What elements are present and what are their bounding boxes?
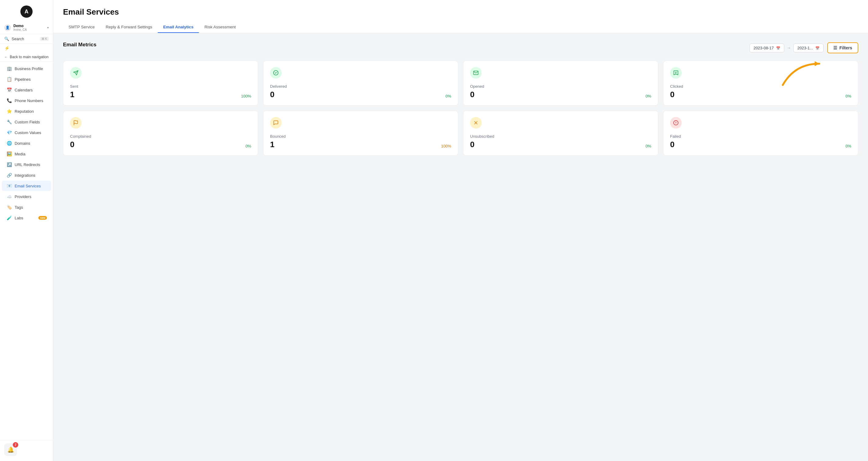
sent-icon	[73, 70, 79, 76]
quick-action-button[interactable]: ⚡	[0, 44, 53, 52]
user-location: Irvine, CA	[13, 28, 47, 31]
metrics-grid-row1: Sent 1 100% Delivered 0 0%	[63, 61, 858, 106]
metric-percent-clicked: 0%	[845, 94, 851, 99]
labs-icon: 🧪	[6, 215, 12, 220]
user-name: Demo	[13, 24, 47, 28]
sidebar-item-label: Custom Values	[14, 131, 47, 135]
user-avatar-icon: 👤	[4, 24, 11, 31]
metric-card-complained: Complained 0 0%	[63, 111, 258, 156]
sidebar-item-label: Providers	[14, 194, 47, 199]
search-shortcut: ⌘ K	[40, 37, 49, 41]
metric-value-complained: 0	[70, 140, 91, 149]
tags-icon: 🏷️	[6, 205, 12, 210]
custom-fields-icon: 🔧	[6, 119, 12, 124]
unsubscribed-icon	[473, 120, 478, 125]
metric-value-delivered: 0	[270, 90, 287, 99]
lightning-icon: ⚡	[4, 46, 9, 51]
app-logo: A	[0, 0, 53, 21]
content-area: Email Metrics 2023-08-17 📅 → 2023-1... 📅…	[53, 33, 868, 461]
unsubscribed-icon-wrap	[470, 117, 482, 128]
tab-risk-assessment[interactable]: Risk Assessment	[199, 22, 241, 33]
back-label: Back to main navigation	[10, 55, 49, 59]
failed-icon-wrap	[670, 117, 682, 128]
email-services-icon: 📧	[6, 183, 12, 188]
metric-label-sent: Sent	[70, 84, 78, 89]
sidebar-item-reputation[interactable]: ⭐ Reputation	[2, 106, 51, 116]
metrics-grid-row2: Complained 0 0% Bounced 1 100%	[63, 111, 858, 156]
sidebar-item-label: Tags	[14, 205, 47, 210]
main-content: Email Services SMTP Service Reply & Forw…	[53, 0, 868, 461]
metric-label-delivered: Delivered	[270, 84, 287, 89]
date-end-input[interactable]: 2023-1... 📅	[794, 44, 824, 52]
metric-percent-complained: 0%	[245, 144, 251, 149]
sidebar-item-custom-values[interactable]: 💎 Custom Values	[2, 127, 51, 138]
sidebar-item-label: Business Profile	[14, 66, 47, 71]
clicked-icon	[673, 70, 679, 76]
metric-value-failed: 0	[670, 140, 681, 149]
tab-smtp-service[interactable]: SMTP Service	[63, 22, 100, 33]
domains-icon: 🌐	[6, 141, 12, 146]
custom-values-icon: 💎	[6, 130, 12, 135]
sidebar-item-label: Media	[14, 152, 47, 156]
sidebar-item-media[interactable]: 🖼️ Media	[2, 149, 51, 159]
search-button[interactable]: 🔍 Search ⌘ K	[0, 34, 53, 44]
sidebar-item-domains[interactable]: 🌐 Domains	[2, 138, 51, 148]
tab-reply-forward[interactable]: Reply & Forward Settings	[100, 22, 158, 33]
logo-avatar: A	[21, 5, 33, 18]
metric-card-failed: Failed 0 0%	[663, 111, 858, 156]
sidebar-item-custom-fields[interactable]: 🔧 Custom Fields	[2, 117, 51, 127]
metric-label-complained: Complained	[70, 134, 91, 139]
sidebar-item-phone-numbers[interactable]: 📞 Phone Numbers	[2, 95, 51, 106]
sidebar-item-url-redirects[interactable]: ↗️ URL Redirects	[2, 160, 51, 170]
sidebar-item-business-profile[interactable]: 🏢 Business Profile	[2, 63, 51, 74]
metrics-section-title: Email Metrics	[63, 42, 96, 48]
metric-value-unsubscribed: 0	[470, 140, 494, 149]
tab-email-analytics[interactable]: Email Analytics	[158, 22, 199, 33]
sidebar-item-label: Email Services	[14, 184, 47, 188]
notification-badge: 7	[13, 442, 18, 448]
date-start-input[interactable]: 2023-08-17 📅	[750, 44, 784, 52]
sidebar-item-labs[interactable]: 🧪 Labs new	[2, 213, 51, 223]
sidebar: A 👤 Demo Irvine, CA ▾ 🔍 Search ⌘ K ⚡ ← B…	[0, 0, 53, 461]
failed-icon	[673, 120, 679, 125]
phone-icon: 📞	[6, 98, 12, 103]
sidebar-item-providers[interactable]: ☁️ Providers	[2, 191, 51, 202]
metric-value-opened: 0	[470, 90, 484, 99]
user-profile[interactable]: 👤 Demo Irvine, CA ▾	[0, 21, 53, 34]
metric-card-unsubscribed: Unsubscribed 0 0%	[463, 111, 658, 156]
page-header: Email Services SMTP Service Reply & Forw…	[53, 0, 868, 33]
calendars-icon: 📅	[6, 87, 12, 92]
filters-button[interactable]: ☰ Filters	[827, 42, 858, 53]
complained-icon	[73, 120, 79, 125]
metrics-header: Email Metrics 2023-08-17 📅 → 2023-1... 📅…	[63, 42, 858, 54]
opened-icon-wrap	[470, 67, 482, 79]
metric-card-opened: Opened 0 0%	[463, 61, 658, 106]
sidebar-item-email-services[interactable]: 📧 Email Services	[2, 181, 51, 191]
metric-value-bounced: 1	[270, 140, 286, 149]
back-to-main-nav[interactable]: ← Back to main navigation	[0, 52, 53, 62]
date-range-arrow-icon: →	[787, 46, 791, 50]
sidebar-item-tags[interactable]: 🏷️ Tags	[2, 202, 51, 212]
metric-label-opened: Opened	[470, 84, 484, 89]
sidebar-item-pipelines[interactable]: 📋 Pipelines	[2, 74, 51, 84]
business-profile-icon: 🏢	[6, 66, 12, 71]
sidebar-item-label: Pipelines	[14, 77, 47, 82]
filter-icon: ☰	[833, 46, 837, 50]
search-label: Search	[11, 36, 40, 41]
sidebar-item-integrations[interactable]: 🔗 Integrations	[2, 170, 51, 180]
metric-percent-bounced: 100%	[441, 144, 451, 149]
pipelines-icon: 📋	[6, 77, 12, 82]
metric-card-bounced: Bounced 1 100%	[263, 111, 458, 156]
metric-percent-failed: 0%	[845, 144, 851, 149]
delivered-icon	[273, 70, 279, 76]
metric-percent-delivered: 0%	[445, 94, 451, 99]
notification-bell[interactable]: 🔔 7	[4, 443, 17, 456]
sidebar-item-calendars[interactable]: 📅 Calendars	[2, 85, 51, 95]
sidebar-item-label: Phone Numbers	[14, 98, 47, 103]
bell-icon: 🔔	[7, 446, 14, 453]
date-range-picker[interactable]: 2023-08-17 📅 → 2023-1... 📅	[750, 44, 824, 52]
media-icon: 🖼️	[6, 151, 12, 156]
metric-value-sent: 1	[70, 90, 78, 99]
clicked-icon-wrap	[670, 67, 682, 79]
user-chevron-icon: ▾	[47, 26, 49, 29]
